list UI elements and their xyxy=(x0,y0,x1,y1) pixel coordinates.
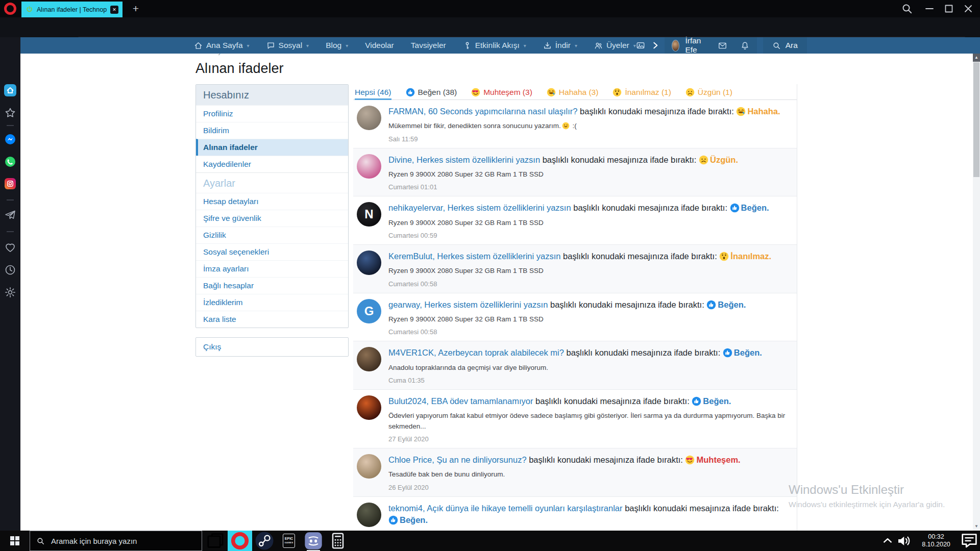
sidebar-item-logout[interactable]: Çıkış xyxy=(196,338,348,356)
avatar[interactable] xyxy=(357,503,381,527)
filter-tab-all[interactable]: Hepsi (46) xyxy=(355,84,391,100)
sidebar-item-alınan-ifadeler[interactable]: Alınan ifadeler xyxy=(196,139,348,156)
bookmarks-icon[interactable] xyxy=(4,107,16,119)
history-icon[interactable] xyxy=(4,264,16,276)
tab-favicon-power-icon xyxy=(26,6,33,13)
browser-scrollbar[interactable]: ▲ ▼ xyxy=(973,54,980,531)
thread-link[interactable]: teknomi4, Açık dünya ile hikaye temelli … xyxy=(388,504,623,513)
avatar[interactable] xyxy=(357,454,381,479)
settings-icon[interactable] xyxy=(4,286,16,298)
browser-search-icon[interactable] xyxy=(900,3,914,15)
thread-link[interactable]: Bulut2024, EBA ödev tamamlanamıyor xyxy=(388,396,533,406)
thread-link[interactable]: M4VER1CK, Azerbeycan toprak alabilecek m… xyxy=(388,348,564,357)
window-maximize-button[interactable] xyxy=(942,3,955,15)
scrollbar-thumb[interactable] xyxy=(973,62,979,177)
browser-tab[interactable]: Alınan ifadeler | Technopat ✕ xyxy=(21,2,122,17)
sidebar-item-şifre-ve-güvenlik[interactable]: Şifre ve güvenlik xyxy=(196,210,348,227)
avatar[interactable]: N xyxy=(357,202,381,227)
epic-games-icon[interactable]: EPICGAMES xyxy=(277,531,301,551)
nav-item-tavsiyeler[interactable]: Tavsiyeler xyxy=(411,41,446,50)
timestamp[interactable]: 26 Eylül 2020 xyxy=(388,484,790,491)
taskbar-clock[interactable]: 00:32 8.10.2020 xyxy=(914,531,959,551)
steam-icon[interactable] xyxy=(252,531,277,551)
filter-tab-sad[interactable]: Üzgün (1) xyxy=(685,84,732,100)
window-minimize-button[interactable] xyxy=(923,3,936,15)
avatar[interactable] xyxy=(357,106,381,130)
filter-tab-like[interactable]: Beğen (38) xyxy=(406,84,457,100)
reaction-title: teknomi4, Açık dünya ile hikaye temelli … xyxy=(388,503,790,527)
sidebar-section-header: Hesabınız xyxy=(196,85,348,105)
media-icon[interactable] xyxy=(636,41,645,50)
telegram-icon[interactable] xyxy=(4,209,16,221)
discord-icon[interactable] xyxy=(301,531,326,551)
opera-icon[interactable] xyxy=(228,531,252,551)
thread-link[interactable]: KeremBulut, Herkes sistem özelliklerini … xyxy=(388,252,560,261)
sidebar-item-i-zlediklerim[interactable]: İzlediklerim xyxy=(196,294,348,311)
tray-chevron-up-icon[interactable] xyxy=(880,531,895,551)
nav-item-üyeler[interactable]: Üyeler▾ xyxy=(594,41,636,50)
nav-item-videolar[interactable]: Videolar xyxy=(365,41,394,50)
thread-link[interactable]: Chloe Price, Şu an ne dinliyorsunuz? xyxy=(388,455,527,464)
scrollbar-down-arrow[interactable]: ▼ xyxy=(973,522,980,531)
opera-logo-icon[interactable] xyxy=(4,3,16,15)
taskbar-search-box[interactable]: Aramak için buraya yazın xyxy=(30,531,202,551)
calculator-icon[interactable] xyxy=(326,531,350,551)
nav-item-blog[interactable]: Blog▾ xyxy=(326,41,348,50)
sidebar-item-hesap-detayları[interactable]: Hesap detayları xyxy=(196,193,348,210)
avatar[interactable] xyxy=(357,347,381,371)
filter-tab-love[interactable]: Muhteşem (3) xyxy=(471,84,532,100)
sidebar-item-profiliniz[interactable]: Profiliniz xyxy=(196,105,348,122)
task-view-icon[interactable] xyxy=(203,531,228,551)
nav-expand-chevron-icon[interactable] xyxy=(651,41,659,49)
nav-label: İndir xyxy=(555,41,571,50)
tab-close-icon[interactable]: ✕ xyxy=(110,6,118,14)
sidebar-item-gizlilik[interactable]: Gizlilik xyxy=(196,227,348,243)
avatar[interactable]: G xyxy=(357,299,381,323)
user-avatar[interactable] xyxy=(672,40,680,52)
sidebar-item-kara-liste[interactable]: Kara liste xyxy=(196,311,348,328)
timestamp[interactable]: 27 Eylül 2020 xyxy=(388,435,790,443)
new-tab-button[interactable]: + xyxy=(129,2,143,16)
start-button[interactable] xyxy=(0,531,30,551)
timestamp[interactable]: Cuma 01:35 xyxy=(388,377,790,384)
scrollbar-up-arrow[interactable]: ▲ xyxy=(973,54,980,62)
timestamp[interactable]: Cumartesi 01:01 xyxy=(388,183,790,191)
thread-link[interactable]: Divine, Herkes sistem özelliklerini yazs… xyxy=(388,155,540,164)
inbox-icon[interactable] xyxy=(718,41,727,51)
avatar[interactable] xyxy=(357,251,381,275)
sidebar-item-bildirim[interactable]: Bildirim xyxy=(196,122,348,139)
messenger-icon[interactable] xyxy=(4,133,16,145)
nav-item-sosyal[interactable]: Sosyal▾ xyxy=(266,41,309,50)
avatar[interactable] xyxy=(357,395,381,420)
whatsapp-icon[interactable] xyxy=(4,156,16,168)
nav-item-etkinlik-akışı[interactable]: Etkinlik Akışı▾ xyxy=(463,41,526,50)
timestamp[interactable]: Cumartesi 00:59 xyxy=(388,232,790,239)
nav-item-ana-sayfa[interactable]: Ana Sayfa▾ xyxy=(194,41,250,50)
sidebar-item-bağlı-hesaplar[interactable]: Bağlı hesaplar xyxy=(196,277,348,294)
sidebar-item-i-mza-ayarları[interactable]: İmza ayarları xyxy=(196,260,348,277)
nav-item-i-ndir[interactable]: İndir▾ xyxy=(543,41,577,50)
thread-link[interactable]: FARMAN, 60 Seconds yapımcılarına nasıl u… xyxy=(388,107,578,116)
volume-icon[interactable] xyxy=(895,531,914,551)
nav-menu: Ana Sayfa▾Sosyal▾Blog▾VideolarTavsiyeler… xyxy=(20,41,636,50)
avatar[interactable] xyxy=(357,154,381,179)
alerts-bell-icon[interactable] xyxy=(740,41,750,51)
thread-link[interactable]: nehikayelervar, Herkes sistem özellikler… xyxy=(388,203,571,212)
timestamp[interactable]: Cumartesi 00:58 xyxy=(388,328,790,336)
instagram-icon[interactable] xyxy=(5,178,16,189)
timestamp[interactable]: Cumartesi 00:58 xyxy=(388,280,790,288)
filter-tab-haha[interactable]: Hahaha (3) xyxy=(547,84,599,100)
quote-text: Mükemmel bir fikir, denedikten sonra son… xyxy=(388,121,790,131)
window-close-button[interactable] xyxy=(962,3,975,15)
thread-link[interactable]: gearway, Herkes sistem özelliklerini yaz… xyxy=(388,300,548,309)
sidebar-item-kaydedilenler[interactable]: Kaydedilenler xyxy=(196,156,348,172)
action-center-icon[interactable] xyxy=(959,531,980,551)
timestamp[interactable]: Salı 11:59 xyxy=(388,135,790,143)
personal-news-icon[interactable] xyxy=(4,241,16,254)
filter-tab-wow[interactable]: İnanılmaz (1) xyxy=(612,84,671,100)
speed-dial-icon[interactable] xyxy=(4,84,16,96)
sidebar-item-sosyal-seçenekleri[interactable]: Sosyal seçenekleri xyxy=(196,243,348,260)
reaction-like-icon xyxy=(730,203,740,213)
username-link[interactable]: İrfan Efe xyxy=(685,36,704,55)
site-search-button[interactable]: Ara xyxy=(763,37,807,54)
